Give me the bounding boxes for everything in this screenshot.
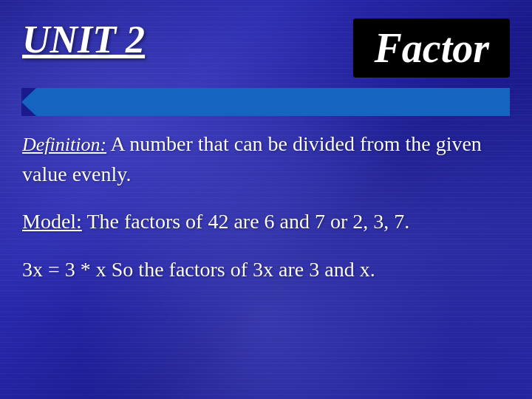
- definition-block: Definition: A number that can be divided…: [22, 129, 510, 189]
- model-body: The factors of 42 are 6 and 7 or 2, 3, 7…: [82, 210, 409, 233]
- model-text: Model: The factors of 42 are 6 and 7 or …: [22, 207, 510, 237]
- example-block: 3x = 3 * x So the factors of 3x are 3 an…: [22, 255, 510, 285]
- definition-label: Definition:: [22, 134, 106, 155]
- model-block: Model: The factors of 42 are 6 and 7 or …: [22, 207, 510, 237]
- definition-text: Definition: A number that can be divided…: [22, 129, 510, 189]
- header-row: UNIT 2 Factor: [22, 15, 510, 78]
- factor-box: Factor: [353, 18, 510, 78]
- banner-bar: [22, 88, 510, 116]
- model-label: Model:: [22, 210, 82, 233]
- main-content: UNIT 2 Factor Definition: A number that …: [0, 0, 532, 399]
- example-text: 3x = 3 * x So the factors of 3x are 3 an…: [22, 255, 510, 285]
- unit-title: UNIT 2: [22, 18, 145, 61]
